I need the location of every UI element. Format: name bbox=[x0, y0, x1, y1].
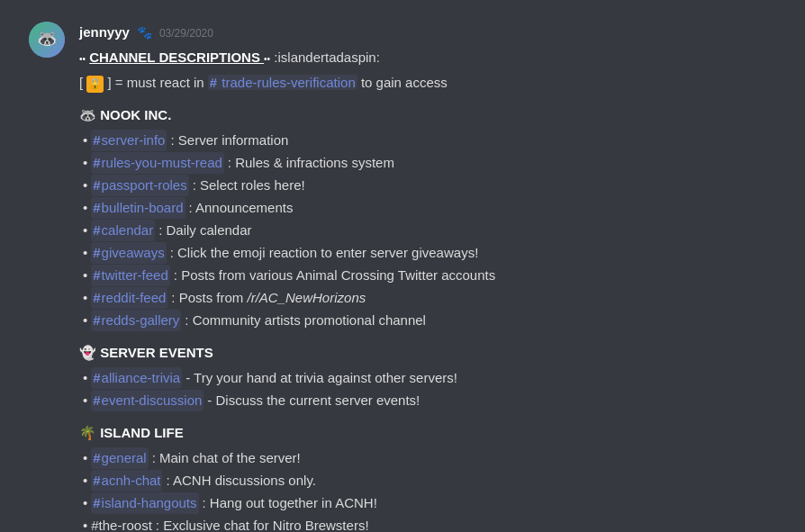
list-item: • #acnh-chat : ACNH discussions only. bbox=[83, 470, 776, 491]
avatar: 🦝 bbox=[29, 22, 65, 58]
list-item: • #passport-roles : Select roles here! bbox=[83, 175, 776, 196]
events-emoji: 👻 bbox=[79, 345, 100, 360]
timestamp: 03/29/2020 bbox=[159, 25, 213, 42]
message-content: jennyyy 🐾 03/29/2020 •• CHANNEL DESCRIPT… bbox=[79, 22, 776, 532]
channel-giveaways[interactable]: #giveaways bbox=[91, 242, 166, 264]
title-text: CHANNEL DESCRIPTIONS bbox=[89, 50, 264, 65]
lock-text: = must react in bbox=[115, 75, 208, 90]
section-server-events: 👻 SERVER EVENTS bbox=[79, 342, 776, 364]
channel-calendar[interactable]: #calendar bbox=[91, 220, 155, 241]
bullet-dot: • bbox=[83, 220, 87, 241]
bullet-dot: • bbox=[83, 130, 87, 151]
desc-gallery: : Community artists promotional channel bbox=[185, 310, 426, 331]
bullet-dots-right: •• bbox=[264, 54, 270, 64]
island-life-emoji: 🌴 bbox=[79, 425, 100, 440]
lock-icon: 🔒 bbox=[86, 76, 104, 93]
desc-acnh: : ACNH discussions only. bbox=[166, 470, 315, 491]
nook-title: NOOK INC. bbox=[100, 107, 171, 122]
desc-bulletin: : Announcements bbox=[189, 197, 294, 219]
bullet-dot: • bbox=[83, 367, 87, 389]
list-item: • #redds-gallery : Community artists pro… bbox=[83, 310, 776, 331]
bullet-dot: • bbox=[83, 265, 87, 286]
island-emoji: :islandertadaspin: bbox=[274, 50, 380, 65]
channel-bulletin[interactable]: #bulletin-board bbox=[91, 197, 185, 219]
lock-end-text: to gain access bbox=[361, 75, 448, 90]
bullet-dot: • bbox=[83, 492, 87, 514]
bullet-dots-left: •• bbox=[79, 54, 86, 64]
user-badge: 🐾 bbox=[137, 23, 152, 43]
channel-roost: #the-roost bbox=[91, 515, 152, 532]
message-body: •• CHANNEL DESCRIPTIONS •• :islandertada… bbox=[79, 47, 776, 532]
message-header: jennyyy 🐾 03/29/2020 bbox=[79, 22, 776, 43]
channel-event-disc[interactable]: #event-discussion bbox=[91, 390, 204, 411]
channel-gallery[interactable]: #redds-gallery bbox=[91, 310, 181, 331]
channel-trivia[interactable]: #alliance-trivia bbox=[91, 367, 182, 389]
list-item: • #event-discussion - Discuss the curren… bbox=[83, 390, 776, 411]
bullet-dot: • bbox=[83, 175, 87, 196]
list-item: • #calendar : Daily calendar bbox=[83, 220, 776, 241]
avatar-image: 🦝 bbox=[29, 22, 65, 58]
bullet-dot: • bbox=[83, 242, 87, 264]
list-item: • #rules-you-must-read : Rules & infract… bbox=[83, 152, 776, 174]
section-island-life: 🌴 ISLAND LIFE bbox=[79, 422, 776, 444]
channel-server-info[interactable]: #server-info bbox=[91, 130, 167, 151]
bullet-dot: • bbox=[83, 152, 87, 174]
list-item: • #general : Main chat of the server! bbox=[83, 447, 776, 469]
username: jennyyy bbox=[79, 22, 130, 42]
bullet-dot: • bbox=[83, 515, 87, 532]
desc-roost: : Exclusive chat for Nitro Brewsters! bbox=[156, 515, 369, 532]
desc-calendar: : Daily calendar bbox=[158, 220, 251, 241]
section-nook-inc: 🦝 NOOK INC. bbox=[79, 104, 776, 126]
bracket-open: [ bbox=[79, 75, 86, 90]
list-item: • #alliance-trivia - Try your hand at tr… bbox=[83, 367, 776, 389]
channel-general[interactable]: #general bbox=[91, 447, 148, 469]
list-item: • #island-hangouts : Hang out together i… bbox=[83, 492, 776, 514]
channel-passport[interactable]: #passport-roles bbox=[91, 175, 188, 196]
desc-passport: : Select roles here! bbox=[193, 175, 305, 196]
desc-giveaways: : Click the emoji reaction to enter serv… bbox=[170, 242, 479, 264]
nook-emoji: 🦝 bbox=[79, 107, 100, 122]
channel-acnh[interactable]: #acnh-chat bbox=[91, 470, 162, 491]
list-item: • #giveaways : Click the emoji reaction … bbox=[83, 242, 776, 264]
desc-server-info: : Server information bbox=[170, 130, 288, 151]
lock-line: [ 🔒 ] = must react in # trade-rules-veri… bbox=[79, 72, 776, 94]
desc-event-disc: - Discuss the current server events! bbox=[207, 390, 420, 411]
events-title: SERVER EVENTS bbox=[100, 345, 213, 360]
list-item: • #reddit-feed : Posts from /r/AC_NewHor… bbox=[83, 287, 776, 309]
desc-hangouts: : Hang out together in ACNH! bbox=[203, 492, 377, 514]
desc-general: : Main chat of the server! bbox=[152, 447, 301, 469]
desc-rules: : Rules & infractions system bbox=[228, 152, 394, 174]
bullet-dot: • bbox=[83, 390, 87, 411]
channel-twitter[interactable]: #twitter-feed bbox=[91, 265, 170, 286]
list-item: • #twitter-feed : Posts from various Ani… bbox=[83, 265, 776, 286]
bullet-dot: • bbox=[83, 287, 87, 309]
list-item: • #bulletin-board : Announcements bbox=[83, 197, 776, 219]
list-item: • #server-info : Server information bbox=[83, 130, 776, 151]
bullet-dot: • bbox=[83, 310, 87, 331]
channel-hangouts[interactable]: #island-hangouts bbox=[91, 492, 198, 514]
bracket-close: ] bbox=[104, 75, 111, 90]
bullet-dot: • bbox=[83, 470, 87, 491]
bullet-dot: • bbox=[83, 197, 87, 219]
message-wrapper: 🦝 jennyyy 🐾 03/29/2020 •• CHANNEL DESCRI… bbox=[14, 14, 791, 532]
channel-descriptions-title: •• CHANNEL DESCRIPTIONS •• :islandertada… bbox=[79, 47, 776, 68]
bullet-dot: • bbox=[83, 447, 87, 469]
list-item: • #the-roost : Exclusive chat for Nitro … bbox=[83, 515, 776, 532]
desc-reddit: : Posts from /r/AC_NewHorizons bbox=[171, 287, 366, 309]
channel-rules[interactable]: #rules-you-must-read bbox=[91, 152, 224, 174]
desc-trivia: - Try your hand at trivia against other … bbox=[185, 367, 457, 389]
trade-rules-channel-link[interactable]: # trade-rules-verification bbox=[208, 75, 357, 90]
island-life-title: ISLAND LIFE bbox=[100, 425, 184, 440]
desc-twitter: : Posts from various Animal Crossing Twi… bbox=[174, 265, 495, 286]
channel-reddit[interactable]: #reddit-feed bbox=[91, 287, 167, 309]
